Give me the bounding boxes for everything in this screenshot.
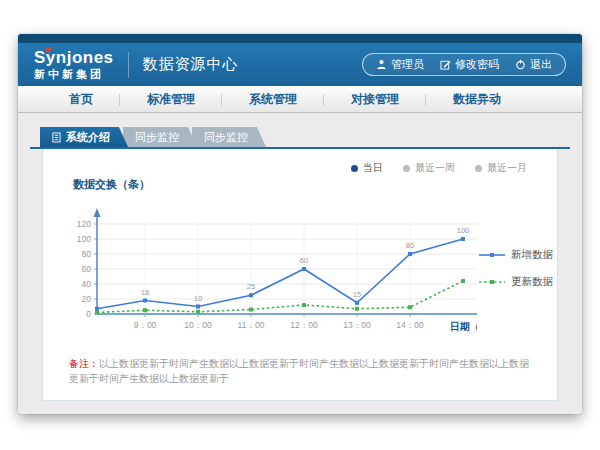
nav-item-0[interactable]: 首页 [42,86,120,112]
document-icon [52,132,61,143]
main-nav: 首页标准管理系统管理对接管理数据异动 [18,86,582,113]
time-range-option-1[interactable]: 最近一周 [403,161,455,175]
svg-text:14：00: 14：00 [396,320,424,330]
time-range-option-2[interactable]: 最近一月 [475,161,527,175]
svg-text:13：00: 13：00 [343,320,371,330]
footnote-label: 备注： [69,358,99,369]
chart-section: 0204060801001209：0010：0011：0012：0013：001… [43,192,557,342]
legend-line-icon [479,278,505,286]
user-menu: 管理员 修改密码 退出 [362,53,566,76]
svg-text:日期（小时）: 日期（小时） [450,321,477,332]
tab-2[interactable]: 同步监控 [192,127,266,147]
svg-text:15: 15 [353,290,361,299]
legend-label: 更新数据 [511,275,553,289]
nav-item-3[interactable]: 对接管理 [324,86,426,112]
svg-text:100: 100 [77,234,91,244]
logout-button[interactable]: 退出 [515,57,552,72]
svg-text:80: 80 [406,241,414,250]
time-range-label: 当日 [363,161,383,175]
line-chart: 0204060801001209：0010：0011：0012：0013：001… [57,194,477,342]
svg-text:12：00: 12：00 [290,320,318,330]
footnote-text: 以上数据更新于时间产生数据以上数据更新于时间产生数据以上数据更新于时间产生数据以… [69,358,529,384]
logo-red-dot-icon [46,47,51,52]
header-divider [128,52,129,78]
svg-text:18: 18 [141,288,149,297]
tab-label: 系统介绍 [66,130,110,145]
radio-dot-icon [475,165,482,172]
time-range-filters: 当日最近一周最近一月 [43,153,557,177]
brand-logo: Synjones 新中新集团 [34,49,114,80]
nav-item-2[interactable]: 系统管理 [222,86,324,112]
svg-text:120: 120 [77,219,91,229]
user-account-label: 管理员 [391,57,424,72]
svg-text:0: 0 [86,309,91,319]
svg-text:20: 20 [82,294,92,304]
content-card: 当日最近一周最近一月 数据交换（条） 0204060801001209：0010… [42,149,558,401]
svg-text:60: 60 [82,264,92,274]
tab-label: 同步监控 [135,130,179,145]
footnote: 备注：以上数据更新于时间产生数据以上数据更新于时间产生数据以上数据更新于时间产生… [69,356,531,386]
legend-label: 新增数据 [511,248,553,262]
svg-text:11：00: 11：00 [238,320,265,330]
power-icon [515,59,526,70]
time-range-label: 最近一周 [415,161,455,175]
svg-text:40: 40 [82,279,92,289]
legend-item-0: 新增数据 [479,248,553,262]
tabs-row: 系统介绍同步监控同步监控 [30,127,570,149]
legend-line-icon [479,251,505,259]
user-icon [376,59,387,70]
edit-icon [440,59,451,70]
logo-subtext: 新中新集团 [34,69,114,80]
page-title: 数据资源中心 [143,55,239,74]
content-area: 系统介绍同步监控同步监控 当日最近一周最近一月 数据交换（条） 02040608… [30,127,570,401]
logout-label: 退出 [530,57,552,72]
svg-text:100: 100 [457,226,470,235]
nav-item-4[interactable]: 数据异动 [426,86,528,112]
nav-item-1[interactable]: 标准管理 [120,86,222,112]
time-range-label: 最近一月 [487,161,527,175]
svg-text:25: 25 [247,282,255,291]
chart-legend: 新增数据更新数据 [479,248,553,289]
tab-0[interactable]: 系统介绍 [40,127,128,147]
tab-label: 同步监控 [204,130,248,145]
svg-text:10: 10 [194,294,202,303]
radio-dot-icon [351,165,358,172]
y-axis-title: 数据交换（条） [73,177,557,192]
legend-item-1: 更新数据 [479,275,553,289]
app-window: Synjones 新中新集团 数据资源中心 管理员 修改密码 退出 首页标准管理… [18,34,582,414]
change-password-label: 修改密码 [455,57,499,72]
tab-1[interactable]: 同步监控 [123,127,197,147]
user-account-button[interactable]: 管理员 [376,57,424,72]
svg-text:9：00: 9：00 [134,320,157,330]
time-range-option-0[interactable]: 当日 [351,161,383,175]
app-header: Synjones 新中新集团 数据资源中心 管理员 修改密码 退出 [18,43,582,86]
svg-text:60: 60 [300,256,308,265]
radio-dot-icon [403,165,410,172]
svg-text:80: 80 [82,249,92,259]
svg-text:10：00: 10：00 [184,320,212,330]
top-strip [18,34,582,43]
change-password-button[interactable]: 修改密码 [440,57,499,72]
